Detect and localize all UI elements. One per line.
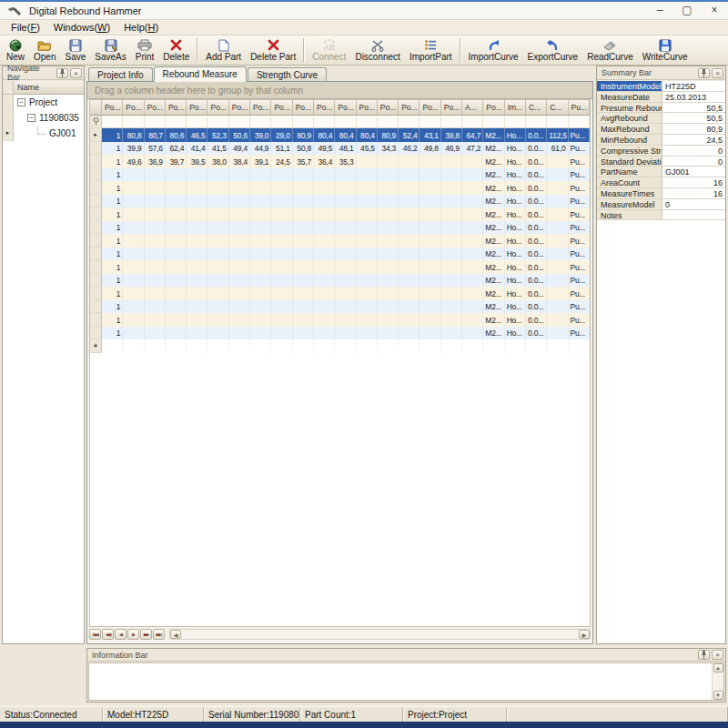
filter-cell-10[interactable] — [314, 116, 335, 127]
grid-data-row[interactable]: 1M2...Ho...0.0...Pu... — [90, 234, 590, 248]
grid-group-panel[interactable]: Drag a column header here to group by th… — [87, 82, 592, 99]
navigate-pin-icon[interactable] — [56, 68, 68, 78]
grid-cell[interactable] — [293, 207, 314, 221]
grid-cell[interactable] — [547, 181, 568, 195]
grid-cell[interactable] — [250, 300, 271, 314]
grid-cell[interactable] — [378, 181, 399, 195]
grid-cell[interactable] — [166, 234, 187, 248]
filter-cell-17[interactable] — [462, 116, 483, 127]
menu-item-f[interactable]: File(F) — [5, 20, 48, 35]
grid-cell[interactable] — [123, 313, 144, 327]
summary-value[interactable]: 16 — [662, 188, 725, 198]
grid-cell[interactable] — [335, 287, 356, 300]
grid-column-header-18[interactable]: Po... — [483, 100, 504, 116]
grid-cell[interactable]: Pu... — [569, 155, 590, 168]
summary-row-minrebound[interactable]: MinRebound24,5 — [597, 135, 725, 146]
summary-value[interactable] — [662, 210, 725, 220]
grid-cell[interactable] — [357, 313, 378, 327]
delete-button[interactable]: Delete — [158, 36, 194, 64]
summary-close-icon[interactable]: × — [712, 68, 723, 78]
grid-cell-empty[interactable] — [187, 339, 207, 353]
grid-cell[interactable]: 80,7 — [145, 128, 166, 142]
grid-cell[interactable] — [399, 327, 420, 340]
summary-value[interactable]: 50,5 — [662, 113, 725, 123]
grid-cell[interactable] — [399, 207, 420, 221]
grid-cell[interactable] — [207, 221, 228, 235]
grid-cell[interactable]: 46,9 — [441, 142, 462, 156]
grid-cell[interactable] — [378, 234, 399, 248]
grid-cell[interactable] — [314, 300, 335, 314]
grid-cell[interactable] — [547, 300, 568, 314]
summary-row-partname[interactable]: PartNameGJ001 — [597, 167, 725, 177]
grid-cell-empty[interactable] — [102, 339, 123, 353]
grid-cell[interactable]: Pu... — [569, 260, 590, 274]
grid-cell[interactable] — [166, 327, 187, 340]
grid-cell-empty[interactable] — [505, 339, 526, 353]
grid-cell[interactable]: M2... — [483, 274, 504, 288]
grid-cell[interactable] — [357, 168, 378, 182]
tree-column-header[interactable]: Name — [14, 81, 84, 95]
grid-cell[interactable]: Pu... — [569, 168, 590, 182]
grid-cell[interactable] — [335, 207, 356, 221]
grid-cell[interactable] — [293, 181, 314, 195]
grid-cell[interactable] — [145, 234, 166, 248]
grid-cell[interactable]: Pu... — [569, 195, 590, 208]
grid-cell[interactable]: 39,5 — [187, 155, 207, 168]
grid-cell[interactable] — [462, 313, 483, 327]
filter-cell-7[interactable] — [250, 116, 271, 127]
grid-cell[interactable]: 45,5 — [357, 142, 378, 156]
summary-row-measuredate[interactable]: MeasureDate25.03.2013 — [597, 92, 725, 103]
grid-cell[interactable] — [420, 248, 440, 261]
grid-cell[interactable] — [399, 234, 420, 248]
grid-cell[interactable]: 0.0... — [526, 300, 547, 314]
grid-cell[interactable] — [250, 248, 271, 261]
grid-cell[interactable]: Ho... — [505, 195, 526, 208]
importcurve-button[interactable]: ImportCurve — [464, 36, 523, 64]
grid-cell[interactable]: 80,8 — [123, 128, 144, 142]
grid-cell[interactable]: 35,7 — [293, 155, 314, 168]
grid-cell[interactable] — [187, 207, 207, 221]
grid-cell[interactable]: 43,1 — [420, 128, 440, 142]
grid-cell[interactable]: 0.0... — [526, 181, 547, 195]
grid-cell[interactable] — [166, 181, 187, 195]
grid-cell[interactable]: Ho... — [505, 313, 526, 327]
grid-cell[interactable] — [207, 287, 228, 300]
maximize-button[interactable]: ▢ — [673, 3, 701, 19]
grid-cell[interactable]: Ho... — [505, 128, 526, 142]
grid-cell[interactable] — [187, 327, 207, 340]
grid-cell[interactable] — [420, 300, 440, 314]
scroll-up-icon[interactable]: ▲ — [713, 663, 723, 672]
tree-node-cell[interactable]: −Project — [14, 95, 84, 110]
grid-cell[interactable] — [145, 327, 166, 340]
summary-value[interactable]: 16 — [662, 177, 725, 187]
grid-cell[interactable] — [462, 274, 483, 288]
filter-cell-11[interactable] — [335, 116, 356, 127]
grid-cell[interactable] — [271, 181, 292, 195]
grid-cell[interactable] — [293, 287, 314, 300]
grid-cell[interactable]: Ho... — [505, 287, 526, 300]
filter-cell-18[interactable] — [483, 116, 504, 127]
grid-cell[interactable]: 0.0... — [526, 234, 547, 248]
filter-cell-5[interactable] — [207, 116, 228, 127]
grid-cell[interactable] — [314, 260, 335, 274]
grid-cell[interactable]: 1 — [102, 221, 123, 235]
grid-cell[interactable]: 0.0... — [526, 195, 547, 208]
grid-cell[interactable]: M2... — [483, 313, 504, 327]
grid-cell[interactable]: 34,3 — [378, 142, 399, 156]
summary-value[interactable]: 0 — [662, 199, 725, 209]
grid-cell[interactable] — [335, 221, 356, 235]
grid-cell[interactable] — [187, 260, 207, 274]
grid-cell[interactable] — [378, 195, 399, 208]
grid-cell[interactable] — [378, 327, 399, 340]
grid-cell[interactable]: 1 — [102, 287, 123, 300]
grid-cell[interactable]: 1 — [102, 248, 123, 261]
grid-cell[interactable] — [547, 287, 568, 300]
grid-cell[interactable] — [441, 260, 462, 274]
grid-cell-empty[interactable] — [250, 339, 271, 353]
grid-cell[interactable] — [250, 287, 271, 300]
grid-cell[interactable] — [399, 274, 420, 288]
navigator-next-button[interactable]: ▶ — [127, 629, 139, 640]
grid-cell[interactable] — [420, 155, 440, 168]
grid-cell[interactable] — [399, 195, 420, 208]
grid-cell[interactable]: 0.0... — [526, 327, 547, 340]
